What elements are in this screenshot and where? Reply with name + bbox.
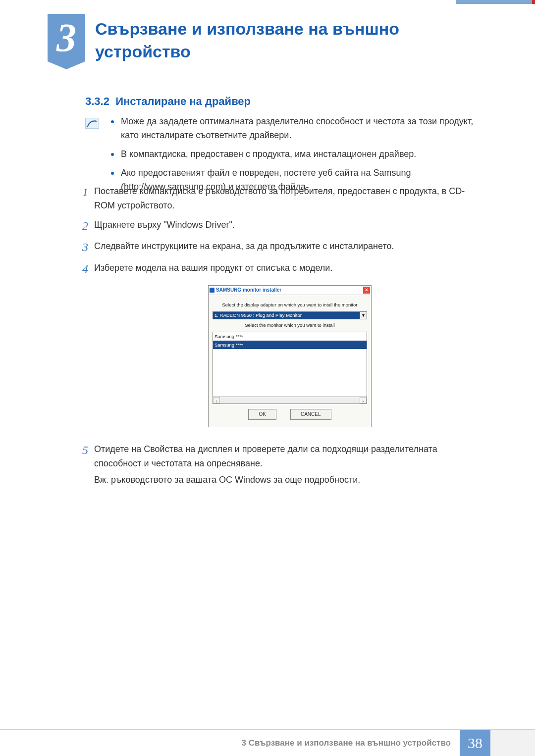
step-2: 2 Щракнете върху "Windows Driver". <box>78 218 485 235</box>
step-text-line: Отидете на Свойства на дисплея и провере… <box>94 442 485 471</box>
note-item: Може да зададете оптималната разделителн… <box>110 115 485 143</box>
header-accent-tip <box>532 0 535 4</box>
step-text: Изберете модела на вашия продукт от спис… <box>94 261 372 437</box>
list-item[interactable]: Samsung **** <box>213 341 367 349</box>
step-text: Следвайте инструкциите на екрана, за да … <box>94 239 394 256</box>
step-number: 2 <box>78 218 94 235</box>
footer-chapter-ref: 3 Свързване и използване на външно устро… <box>242 738 460 748</box>
note-item: В компактдиска, предоставен с продукта, … <box>110 148 485 161</box>
step-text: Отидете на Свойства на дисплея и провере… <box>94 442 485 487</box>
note-icon <box>85 118 99 129</box>
dialog-label-adapter: Select the display adapter on which you … <box>211 301 369 308</box>
list-item[interactable]: Samsung **** <box>213 332 367 341</box>
step-1: 1 Поставете компактдиска с ръководството… <box>78 184 485 213</box>
cancel-button[interactable]: CANCEL <box>290 409 331 420</box>
dialog-titlebar: SAMSUNG monitor installer × <box>209 286 371 295</box>
scroll-left-icon[interactable]: ‹ <box>213 397 220 403</box>
chapter-badge: 3 <box>48 14 85 61</box>
close-icon[interactable]: × <box>363 287 370 294</box>
step-5: 5 Отидете на Свойства на дисплея и прове… <box>78 442 485 487</box>
chapter-title: Свързване и използване на външно устройс… <box>95 18 495 63</box>
adapter-combobox-value: 1. RADEON 9550 : Plug and Play Monitor <box>214 312 302 319</box>
step-text-line: Изберете модела на вашия продукт от спис… <box>94 261 372 275</box>
step-3: 3 Следвайте инструкциите на екрана, за д… <box>78 239 485 256</box>
step-number: 3 <box>78 239 94 256</box>
section-heading: 3.3.2 Инсталиране на драйвер <box>85 95 251 108</box>
section-title: Инсталиране на драйвер <box>115 95 251 107</box>
dialog-title: SAMSUNG monitor installer <box>216 286 281 294</box>
page-number: 38 <box>460 730 490 756</box>
adapter-combobox[interactable]: 1. RADEON 9550 : Plug and Play Monitor ▾ <box>213 311 367 319</box>
monitor-listbox[interactable]: Samsung **** Samsung **** <box>213 332 367 397</box>
dialog-label-monitor: Select the monitor which you want to ins… <box>211 321 369 329</box>
chevron-down-icon[interactable]: ▾ <box>360 312 367 319</box>
steps-list: 1 Поставете компактдиска с ръководството… <box>78 184 485 492</box>
step-number: 4 <box>78 261 94 437</box>
header-accent-strip <box>456 0 535 4</box>
scroll-track[interactable] <box>220 397 360 403</box>
horizontal-scrollbar[interactable]: ‹ › <box>213 397 367 404</box>
installer-dialog: SAMSUNG monitor installer × Select the d… <box>208 285 372 427</box>
chapter-number: 3 <box>48 14 85 61</box>
step-number: 5 <box>78 442 94 487</box>
step-4: 4 Изберете модела на вашия продукт от сп… <box>78 261 485 437</box>
step-subtext: Вж. ръководството за вашата ОС Windows з… <box>94 473 485 487</box>
section-number: 3.3.2 <box>85 95 109 107</box>
step-text: Щракнете върху "Windows Driver". <box>94 218 235 235</box>
page-footer: 3 Свързване и използване на външно устро… <box>0 729 535 756</box>
samsung-logo-icon <box>210 288 214 293</box>
step-text: Поставете компактдиска с ръководството з… <box>94 184 485 213</box>
step-number: 1 <box>78 184 94 213</box>
footer-spacer <box>490 730 535 756</box>
scroll-right-icon[interactable]: › <box>360 397 367 403</box>
ok-button[interactable]: OK <box>248 409 276 420</box>
